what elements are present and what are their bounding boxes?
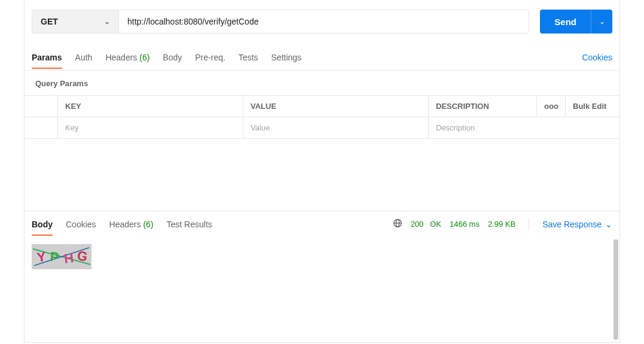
bulk-edit-button[interactable]: Bulk Edit bbox=[566, 96, 619, 117]
save-response-label: Save Response bbox=[542, 220, 602, 229]
response-body: Y P H G bbox=[25, 237, 619, 342]
tab-tests[interactable]: Tests bbox=[239, 47, 258, 68]
row-checkbox[interactable] bbox=[25, 117, 58, 138]
header-description: DESCRIPTION bbox=[429, 96, 537, 117]
chevron-down-icon: ⌄ bbox=[599, 17, 605, 26]
resp-tab-cookies[interactable]: Cookies bbox=[66, 214, 96, 235]
globe-icon bbox=[393, 218, 402, 230]
response-meta: 200 OK 1466 ms 2.99 KB Save Response ⌄ bbox=[393, 218, 612, 230]
tab-params[interactable]: Params bbox=[32, 47, 62, 68]
tab-headers[interactable]: Headers (6) bbox=[105, 47, 149, 68]
tab-settings[interactable]: Settings bbox=[271, 47, 302, 68]
key-input[interactable]: Key bbox=[58, 117, 243, 138]
response-time: 1466 ms bbox=[450, 220, 480, 229]
method-select[interactable]: GET ⌄ bbox=[32, 10, 118, 34]
status-text: OK bbox=[430, 220, 441, 229]
tab-headers-label: Headers bbox=[105, 53, 137, 62]
section-title: Query Params bbox=[25, 71, 619, 95]
header-value: VALUE bbox=[243, 96, 429, 117]
svg-text:P: P bbox=[49, 249, 59, 264]
empty-space bbox=[25, 139, 619, 211]
params-table: KEY VALUE DESCRIPTION ooo Bulk Edit Key … bbox=[25, 95, 619, 139]
response-tabs: Body Cookies Headers (6) Test Results 20… bbox=[25, 211, 619, 237]
tab-body[interactable]: Body bbox=[163, 47, 182, 68]
chevron-down-icon: ⌄ bbox=[605, 220, 612, 229]
header-checkbox-col bbox=[25, 96, 58, 117]
description-input[interactable]: Description bbox=[429, 117, 619, 138]
resp-tab-test-results[interactable]: Test Results bbox=[167, 214, 212, 235]
cookies-link[interactable]: Cookies bbox=[582, 53, 612, 62]
tab-prereq[interactable]: Pre-req. bbox=[195, 47, 225, 68]
request-tabs: Params Auth Headers (6) Body Pre-req. Te… bbox=[25, 44, 619, 71]
value-input[interactable]: Value bbox=[243, 117, 429, 138]
table-row: Key Value Description bbox=[25, 117, 619, 139]
tab-auth[interactable]: Auth bbox=[75, 47, 93, 68]
divider bbox=[529, 218, 529, 230]
request-panel: GET ⌄ Send ⌄ Params Auth Headers (6) Bod… bbox=[0, 0, 644, 343]
svg-text:H: H bbox=[63, 250, 74, 266]
scrollbar[interactable] bbox=[614, 239, 618, 340]
resp-headers-count: (6) bbox=[143, 220, 153, 229]
header-key: KEY bbox=[58, 96, 243, 117]
request-bar: GET ⌄ Send ⌄ bbox=[25, 0, 619, 44]
status-code: 200 bbox=[411, 220, 424, 229]
response-size: 2.99 KB bbox=[488, 220, 515, 229]
resp-tab-headers-label: Headers bbox=[109, 220, 141, 229]
resp-tab-body[interactable]: Body bbox=[32, 214, 53, 235]
headers-count: (6) bbox=[139, 53, 149, 62]
resp-tab-headers[interactable]: Headers (6) bbox=[109, 214, 154, 235]
url-input[interactable] bbox=[127, 17, 520, 26]
table-header-row: KEY VALUE DESCRIPTION ooo Bulk Edit bbox=[25, 96, 619, 117]
send-button[interactable]: Send bbox=[540, 10, 591, 34]
url-input-wrapper bbox=[118, 10, 529, 34]
method-label: GET bbox=[41, 17, 58, 26]
save-response-button[interactable]: Save Response ⌄ bbox=[542, 220, 612, 229]
chevron-down-icon: ⌄ bbox=[104, 17, 110, 26]
send-more-button[interactable]: ⌄ bbox=[591, 10, 612, 34]
captcha-image: Y P H G bbox=[32, 244, 91, 269]
more-options[interactable]: ooo bbox=[537, 96, 566, 117]
